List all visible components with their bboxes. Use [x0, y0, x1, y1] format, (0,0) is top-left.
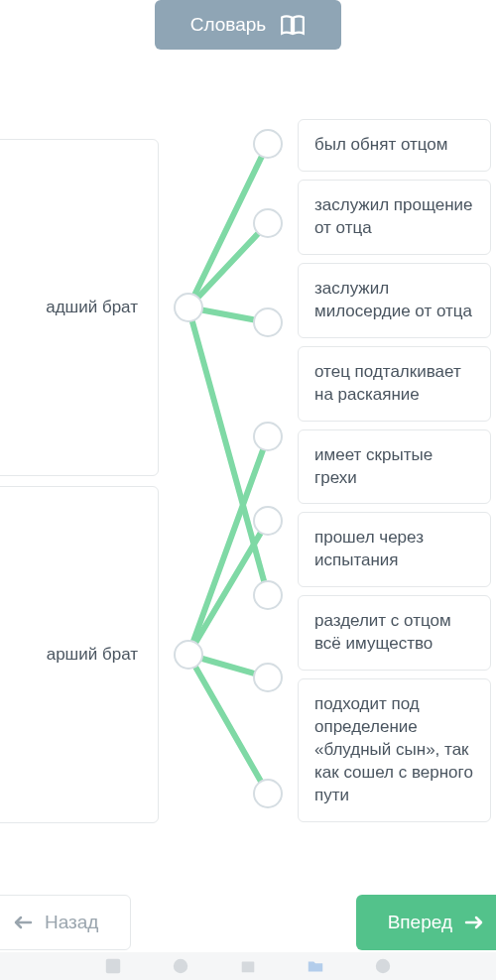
taskbar [0, 952, 496, 980]
svg-point-9 [174, 959, 187, 973]
right-item-label: разделит с отцом всё имущество [314, 611, 451, 653]
right-dot[interactable] [253, 779, 283, 808]
svg-rect-10 [242, 962, 255, 973]
right-item[interactable]: прошел через испытания [298, 512, 491, 587]
right-dot[interactable] [253, 129, 283, 159]
right-item[interactable]: заслужил милосердие от отца [298, 263, 491, 338]
matching-area: адший брат арший брат был обнят отцом за… [0, 79, 496, 893]
svg-line-3 [188, 307, 268, 595]
right-item[interactable]: имеет скрытые грехи [298, 429, 491, 505]
right-item-label: заслужил прощение от отца [314, 195, 473, 237]
right-dot[interactable] [253, 506, 283, 536]
right-item-label: прошел через испытания [314, 528, 424, 569]
left-item[interactable]: арший брат [0, 486, 159, 823]
svg-line-4 [188, 436, 268, 655]
right-dot[interactable] [253, 580, 283, 610]
taskbar-folder-icon[interactable] [307, 957, 324, 975]
forward-button[interactable]: Вперед [356, 895, 496, 950]
svg-line-1 [188, 223, 268, 307]
right-item[interactable]: заслужил прощение от отца [298, 180, 491, 255]
taskbar-app-icon[interactable] [172, 957, 189, 975]
right-dot[interactable] [253, 663, 283, 692]
arrow-right-icon [464, 915, 484, 930]
taskbar-app-icon[interactable] [374, 957, 392, 975]
right-dot[interactable] [253, 307, 283, 337]
right-item[interactable]: подходит под определение «блудный сын», … [298, 678, 491, 822]
right-item-label: отец подталкивает на раскаяние [314, 362, 461, 404]
left-item-label: арший брат [47, 644, 138, 667]
left-dot[interactable] [174, 293, 203, 322]
arrow-left-icon [13, 915, 33, 930]
right-dot[interactable] [253, 208, 283, 238]
left-item[interactable]: адший брат [0, 139, 159, 476]
dictionary-label: Словарь [190, 14, 267, 36]
taskbar-app-icon[interactable] [239, 957, 257, 975]
right-item[interactable]: был обнят отцом [298, 119, 491, 172]
dictionary-button[interactable]: Словарь [155, 0, 342, 50]
svg-point-11 [376, 959, 390, 973]
right-item[interactable]: отец подталкивает на раскаяние [298, 346, 491, 422]
svg-rect-8 [106, 959, 120, 973]
back-button[interactable]: Назад [0, 895, 131, 950]
footer-nav: Назад Вперед [0, 895, 496, 950]
left-dot[interactable] [174, 640, 203, 670]
right-item[interactable]: разделит с отцом всё имущество [298, 595, 491, 671]
right-dot[interactable] [253, 422, 283, 451]
right-item-label: был обнят отцом [314, 135, 447, 154]
right-item-label: имеет скрытые грехи [314, 445, 433, 487]
back-label: Назад [45, 912, 98, 933]
left-item-label: адший брат [46, 297, 138, 319]
right-item-label: подходит под определение «блудный сын», … [314, 694, 473, 804]
forward-label: Вперед [388, 912, 452, 933]
book-icon [280, 14, 306, 36]
right-item-label: заслужил милосердие от отца [314, 279, 472, 320]
taskbar-app-icon[interactable] [104, 957, 122, 975]
